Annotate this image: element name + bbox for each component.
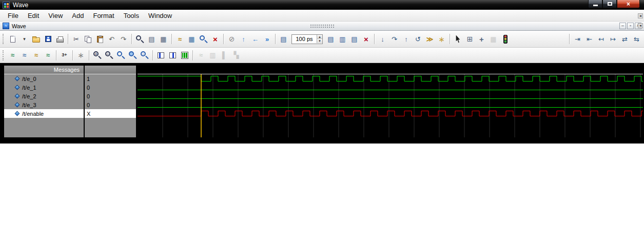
cut-icon[interactable]: ✂ xyxy=(70,33,82,45)
expanded-time-toggle-icon[interactable]: ▚ xyxy=(230,49,242,61)
signal-name-row[interactable]: /t/e_0 xyxy=(4,74,84,83)
delete-icon[interactable]: × xyxy=(209,33,221,45)
pane-minimize-icon[interactable]: – xyxy=(619,23,626,29)
toolbar-drag-handle[interactable] xyxy=(3,34,4,44)
zoom-out-icon[interactable]: − xyxy=(103,49,115,61)
signal-name-row[interactable]: /t/enable xyxy=(4,109,84,118)
signal-value-row[interactable]: 1 xyxy=(85,74,136,83)
expanded-time-delta-icon[interactable]: ▥ xyxy=(207,49,219,61)
zoom-mode-icon[interactable]: ⊞ xyxy=(464,33,476,45)
step-out-icon[interactable]: ↑ xyxy=(400,33,412,45)
next-transition-icon[interactable]: ↦ xyxy=(607,33,619,45)
new-file-icon[interactable] xyxy=(7,33,18,45)
lock-cursor-icon[interactable] xyxy=(155,49,167,61)
signal-value-row[interactable]: X xyxy=(85,109,136,118)
run-continue-icon[interactable]: ▥ xyxy=(337,33,348,45)
toolbar-separator xyxy=(171,34,172,44)
expand-all-icon[interactable]: ▤ xyxy=(146,33,158,45)
step-into-icon[interactable]: ↓ xyxy=(377,33,388,45)
signal-name-row[interactable]: /t/e_1 xyxy=(4,83,84,92)
menu-format[interactable]: Format xyxy=(88,11,119,20)
next-falling-edge-icon[interactable]: ⇆ xyxy=(631,33,642,45)
signal-value-row[interactable]: 0 xyxy=(85,83,136,92)
prev-transition-icon[interactable]: ↤ xyxy=(595,33,607,45)
wave-toolbar: ≈≈≈≈3+∗+−▫≈▥▌▚ xyxy=(0,48,644,63)
new-file-dropdown-icon[interactable]: ▾ xyxy=(18,33,30,45)
find-signal-icon[interactable] xyxy=(198,33,209,45)
add-to-wave-group-icon[interactable]: ≈ xyxy=(30,49,42,61)
step-over-icon[interactable]: ↷ xyxy=(388,33,400,45)
edit-mode-icon[interactable]: ▦ xyxy=(487,33,499,45)
wave-pane-header[interactable]: ≈ Wave – ▫ × xyxy=(0,22,644,31)
signal-value: X xyxy=(87,111,90,117)
print-icon[interactable] xyxy=(54,33,66,45)
step-current-icon[interactable]: ↺ xyxy=(412,33,424,45)
expanded-time-event-icon[interactable]: ▌ xyxy=(219,49,230,61)
find-icon[interactable] xyxy=(134,33,146,45)
performance-icon[interactable]: ≫ xyxy=(424,33,436,45)
minimize-button[interactable] xyxy=(588,0,602,8)
open-file-icon[interactable] xyxy=(30,33,42,45)
menu-window[interactable]: Window xyxy=(144,11,177,20)
prev-falling-edge-icon[interactable]: ⇄ xyxy=(619,33,631,45)
signal-value-row[interactable]: 0 xyxy=(85,100,136,109)
messages-header[interactable]: Messages xyxy=(4,66,84,74)
restart-sim-icon[interactable]: ▤ xyxy=(278,33,289,45)
copy-icon[interactable] xyxy=(82,33,94,45)
add-to-wave-signals-icon[interactable]: ≈ xyxy=(18,49,30,61)
paste-icon[interactable] xyxy=(94,33,106,45)
zoom-in-icon[interactable]: + xyxy=(91,49,103,61)
undo-icon[interactable]: ↶ xyxy=(106,33,118,45)
pane-undock-icon[interactable]: ▫ xyxy=(627,23,634,29)
window-controls: × xyxy=(588,0,640,8)
run-all-icon[interactable]: ▤ xyxy=(348,33,360,45)
run-length-input[interactable] xyxy=(292,35,317,44)
no-force-icon[interactable]: ⊘ xyxy=(226,33,238,45)
stop-sim-traffic-light-icon[interactable] xyxy=(499,33,511,45)
add-to-wave-region-icon[interactable]: ≈ xyxy=(42,49,54,61)
collapse-all-icon[interactable]: ▦ xyxy=(158,33,169,45)
save-icon[interactable] xyxy=(42,33,54,45)
pane-drag-handle-icon[interactable] xyxy=(310,25,334,28)
redo-icon[interactable]: ↷ xyxy=(118,33,129,45)
spin-down-icon[interactable]: ▼ xyxy=(317,39,322,43)
environment-back-icon[interactable]: ← xyxy=(249,33,261,45)
zoom-full-icon[interactable] xyxy=(115,49,127,61)
toolbar-drag-handle[interactable] xyxy=(3,50,4,60)
delete-cursor-icon[interactable]: ⇤ xyxy=(583,33,595,45)
waveform-area[interactable] xyxy=(138,66,643,137)
select-cursor-icon[interactable] xyxy=(167,49,179,61)
stop-drawing-icon[interactable]: ∗ xyxy=(436,33,447,45)
menu-edit[interactable]: Edit xyxy=(23,11,44,20)
close-button[interactable]: × xyxy=(617,0,640,8)
zoom-range-icon[interactable]: ▫ xyxy=(139,49,150,61)
show-drivers-icon[interactable] xyxy=(179,49,190,61)
select-mode-icon[interactable] xyxy=(452,33,464,45)
scroll-left-icon[interactable]: ◄ xyxy=(638,23,643,28)
environment-forward-icon[interactable]: » xyxy=(261,33,273,45)
maximize-button[interactable] xyxy=(602,0,617,8)
menu-tools[interactable]: Tools xyxy=(119,11,144,20)
spin-up-icon[interactable]: ▲ xyxy=(317,35,322,39)
expand-time-icon[interactable]: 3+ xyxy=(58,49,70,61)
zoom-full-icon xyxy=(116,51,125,59)
environment-up-icon[interactable]: ↑ xyxy=(238,33,249,45)
signal-name-row[interactable]: /t/e_2 xyxy=(4,92,84,100)
add-wave-icon[interactable]: ≈ xyxy=(174,33,186,45)
menu-file[interactable]: File xyxy=(3,11,23,20)
signal-name-row[interactable]: /t/e_3 xyxy=(4,100,84,109)
wave-preferences-icon[interactable]: ∗ xyxy=(75,49,87,61)
expanded-time-off-icon[interactable]: ≈ xyxy=(195,49,207,61)
insert-divider-icon[interactable]: ▦ xyxy=(186,33,198,45)
scroll-left-icon[interactable]: ◄ xyxy=(638,13,643,18)
pan-mode-icon[interactable]: + xyxy=(476,33,487,45)
zoom-in-on-active-cursor-icon[interactable] xyxy=(127,49,139,61)
add-selected-to-wave-icon[interactable]: ≈ xyxy=(7,49,18,61)
menu-view[interactable]: View xyxy=(44,11,67,20)
break-icon[interactable]: × xyxy=(360,33,372,45)
signal-value-row[interactable]: 0 xyxy=(85,92,136,100)
run-icon[interactable]: ▤ xyxy=(325,33,337,45)
menu-add[interactable]: Add xyxy=(67,11,88,20)
signal-value: 0 xyxy=(87,85,90,91)
insert-cursor-icon[interactable]: ⇥ xyxy=(572,33,583,45)
